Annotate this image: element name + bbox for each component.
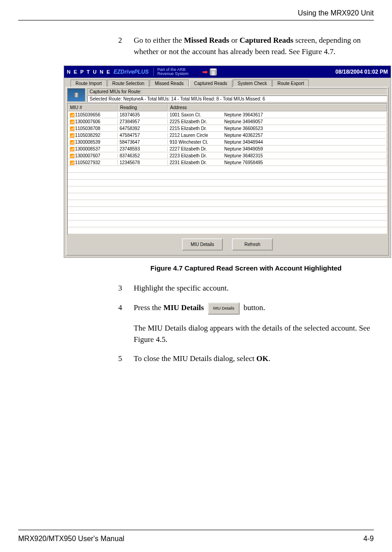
step-4: 4 Press the MIU Details MIU Details butt… — [118, 302, 374, 315]
running-header: Using the MRX920 Unit — [18, 9, 374, 20]
tagline: Part of the ARBRevenue System — [153, 68, 189, 76]
table-row[interactable] — [68, 227, 387, 234]
cell-address: 2212 Lauren CircleNeptune 40362257 — [168, 133, 387, 138]
table-row[interactable] — [68, 221, 387, 227]
cell-reading: 64758392 — [118, 126, 168, 131]
step-2: 2 Go to either the Missed Reads or Captu… — [118, 35, 374, 57]
table-row[interactable]: 📶130000853958473647910 Winchester Ct.Nep… — [68, 139, 387, 146]
step-number: 3 — [118, 283, 134, 294]
table-row[interactable] — [68, 186, 387, 193]
step-4-followup: The MIU Details dialog appears with the … — [134, 323, 374, 345]
cell-miu: 📶1105027932 — [68, 160, 118, 165]
inline-miu-details-button: MIU Details — [208, 302, 240, 315]
cell-address: 910 Winchester Ct.Neptune 34948944 — [168, 140, 387, 145]
table-row[interactable]: 📶1300008537237485932227 Elizabeth Dr.Nep… — [68, 146, 387, 152]
cell-address: 2223 Elizabeth Dr.Neptune 36482315 — [168, 153, 387, 158]
cell-address: 2231 Elizabeth Dr.Neptune 76958495 — [168, 160, 387, 165]
step-number: 5 — [118, 353, 134, 365]
table-row[interactable] — [68, 166, 387, 173]
footer-left: MRX920/MTX950 User's Manual — [18, 535, 124, 543]
table-row[interactable]: 📶1105038708647583922215 Elizabeth Dr.Nep… — [68, 125, 387, 132]
signal-icon: 📶 — [70, 120, 75, 124]
page-footer: MRX920/MTX950 User's Manual 4-9 — [18, 530, 374, 552]
route-icon — [67, 88, 85, 102]
tab-missed-reads[interactable]: Missed Reads — [150, 80, 188, 87]
table-row[interactable] — [68, 173, 387, 180]
table-row[interactable]: 📶1300007607837463522223 Elizabeth Dr.Nep… — [68, 152, 387, 159]
table-row[interactable]: 📶1300007606273849572225 Elizabeth Dr.Nep… — [68, 118, 387, 125]
cell-miu: 📶1105039656 — [68, 112, 118, 117]
tab-strip: Route Import Route Selection Missed Read… — [70, 80, 389, 87]
table-row[interactable]: 📶1105038292475847572212 Lauren CircleNep… — [68, 132, 387, 139]
captured-reads-panel: Captured MIUs for Route: Selected Route:… — [66, 87, 389, 256]
product-label: EZDrivePLUS — [114, 69, 149, 75]
table-row[interactable] — [68, 200, 387, 207]
tab-captured-reads[interactable]: Captured Reads — [189, 80, 232, 87]
cell-address: 1001 Saxon Ct.Neptune 39643617 — [168, 112, 387, 117]
arrow-icon: ➡ — [202, 68, 208, 75]
datetime-label: 08/18/2004 01:02 PM — [336, 69, 388, 75]
signal-icon: 📶 — [70, 126, 75, 131]
step-number: 2 — [118, 35, 134, 57]
step-text: To close the MIU Details dialog, select … — [134, 353, 374, 365]
col-miu[interactable]: MIU # — [68, 104, 118, 111]
step-5: 5 To close the MIU Details dialog, selec… — [118, 353, 374, 365]
signal-icon: 📶 — [70, 140, 75, 145]
refresh-button[interactable]: Refresh — [232, 238, 273, 251]
cell-miu: 📶1300008537 — [68, 146, 118, 151]
cell-reading: 18374635 — [118, 112, 168, 117]
signal-icon: 📶 — [70, 154, 75, 158]
signal-icon: 📶 — [70, 147, 75, 151]
col-address[interactable]: Address — [168, 104, 387, 111]
step-3: 3 Highlight the specific account. — [118, 283, 374, 294]
cell-reading: 83746352 — [118, 153, 168, 158]
route-value: Selected Route: NeptuneA - Total MIUs: 1… — [87, 95, 387, 102]
tab-route-selection[interactable]: Route Selection — [107, 80, 150, 87]
step-number: 4 — [118, 302, 134, 315]
cell-reading: 47584757 — [118, 133, 168, 138]
route-label: Captured MIUs for Route: — [87, 88, 387, 95]
cell-reading: 12345678 — [118, 160, 168, 165]
miu-details-button[interactable]: MIU Details — [182, 238, 223, 251]
table-row[interactable] — [68, 207, 387, 214]
signal-icon: 📶 — [70, 133, 75, 138]
step-text: Highlight the specific account. — [134, 283, 374, 294]
miu-grid[interactable]: MIU # Reading Address 📶11050396561837463… — [67, 103, 387, 235]
cell-miu: 📶1105038708 — [68, 126, 118, 131]
step-text: Go to either the Missed Reads or Capture… — [134, 35, 374, 57]
table-row[interactable]: 📶1105039656183746351001 Saxon Ct.Neptune… — [68, 111, 387, 118]
col-reading[interactable]: Reading — [118, 104, 168, 111]
footer-right: 4-9 — [363, 535, 374, 543]
cylinder-icon — [74, 93, 79, 97]
app-screenshot: N E P T U N E EZDrivePLUS Part of the AR… — [64, 65, 391, 258]
tab-route-import[interactable]: Route Import — [70, 80, 107, 87]
cell-address: 2225 Elizabeth Dr.Neptune 34949057 — [168, 119, 387, 124]
cell-reading: 23748593 — [118, 146, 168, 151]
brand-label: N E P T U N E — [67, 69, 111, 75]
cell-miu: 📶1300008539 — [68, 140, 118, 145]
cell-reading: 58473647 — [118, 140, 168, 145]
figure-caption: Figure 4.7 Captured Read Screen with Acc… — [118, 264, 374, 272]
table-row[interactable] — [68, 180, 387, 186]
signal-icon: 📶 — [70, 161, 75, 165]
cell-address: 2215 Elizabeth Dr.Neptune 36606523 — [168, 126, 387, 131]
db-sync-icon: ➡ — [202, 68, 217, 75]
cell-reading: 27384957 — [118, 119, 168, 124]
table-row[interactable] — [68, 214, 387, 221]
tab-route-export[interactable]: Route Export — [272, 80, 309, 87]
table-row[interactable] — [68, 193, 387, 200]
cell-miu: 📶1300007606 — [68, 119, 118, 124]
tab-system-check[interactable]: System Check — [233, 80, 272, 87]
grid-header: MIU # Reading Address — [68, 104, 387, 111]
cell-miu: 📶1105038292 — [68, 133, 118, 138]
app-titlebar: N E P T U N E EZDrivePLUS Part of the AR… — [64, 66, 391, 78]
step-text: Press the MIU Details MIU Details button… — [134, 302, 374, 315]
cell-address: 2227 Elizabeth Dr.Neptune 34949059 — [168, 146, 387, 151]
signal-icon: 📶 — [70, 113, 75, 117]
table-row[interactable]: 📶1105027932123456782231 Elizabeth Dr.Nep… — [68, 159, 387, 166]
cell-miu: 📶1300007607 — [68, 153, 118, 158]
cylinder-icon — [210, 68, 217, 75]
